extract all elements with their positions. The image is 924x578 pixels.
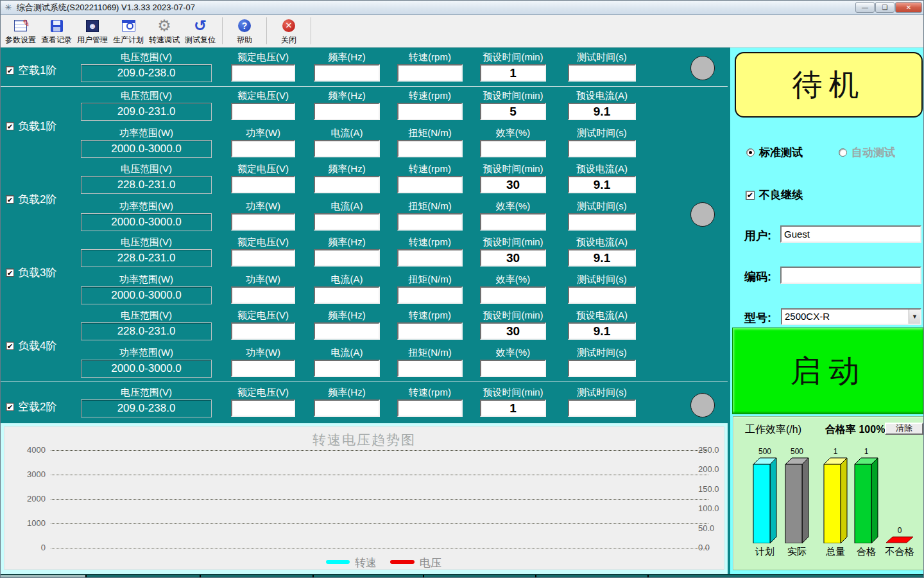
efficiency-input[interactable] — [480, 213, 546, 231]
rated-voltage-input[interactable] — [231, 176, 295, 193]
toolbar-close-app[interactable]: ✕ 关闭 — [271, 15, 307, 47]
col-header: 频率(Hz) — [314, 51, 380, 62]
frequency-input[interactable] — [314, 103, 380, 120]
torque-input[interactable] — [397, 360, 463, 377]
view-records-icon — [48, 17, 65, 34]
checkbox-checked-icon[interactable]: ✔ — [746, 191, 755, 200]
checkbox-continue-on-fail[interactable]: ✔ 不良继续 — [746, 188, 924, 202]
frequency-input[interactable] — [314, 322, 380, 340]
torque-input[interactable] — [397, 286, 463, 304]
col-header: 电流(A) — [314, 200, 380, 211]
preset-current-input[interactable]: 9.1 — [568, 176, 636, 193]
test-time-input[interactable] — [568, 399, 636, 417]
toolbar-param-settings[interactable]: ✎ 参数设置 — [3, 15, 38, 47]
load-2-enable[interactable]: ✔ 负载2阶 — [6, 192, 56, 207]
rated-voltage-input[interactable] — [231, 103, 295, 120]
start-button[interactable]: 启动 — [732, 328, 924, 414]
test-time-input[interactable] — [568, 140, 636, 157]
power-input[interactable] — [231, 140, 295, 157]
preset-current-input[interactable]: 9.1 — [568, 103, 636, 120]
minimize-button[interactable]: — — [855, 2, 875, 13]
clear-button[interactable]: 清除 — [885, 423, 923, 435]
noload-1-enable[interactable]: ✔ 空载1阶 — [6, 63, 56, 78]
frequency-input[interactable] — [314, 399, 380, 417]
col-header: 电压范围(V) — [81, 163, 212, 174]
speed-input[interactable] — [397, 399, 463, 417]
power-input[interactable] — [231, 360, 295, 377]
bar-value: 0 — [898, 526, 902, 535]
checkbox-checked-icon[interactable]: ✔ — [6, 122, 14, 130]
checkbox-checked-icon[interactable]: ✔ — [6, 268, 14, 277]
col-header: 效率(%) — [480, 200, 546, 211]
status-segment — [1, 575, 85, 578]
preset-time-input[interactable]: 30 — [480, 176, 546, 193]
preset-current-input[interactable]: 9.1 — [568, 249, 636, 267]
rated-voltage-input[interactable] — [231, 322, 295, 340]
torque-input[interactable] — [397, 213, 463, 231]
chevron-down-icon[interactable]: ▼ — [909, 310, 920, 324]
current-input[interactable] — [314, 140, 380, 157]
noload-2-enable[interactable]: ✔ 空载2阶 — [6, 399, 56, 414]
radio-selected-icon[interactable] — [746, 148, 755, 157]
radio-unselected-icon[interactable] — [839, 148, 847, 157]
toolbar-test-reset[interactable]: ↺ 测试复位 — [182, 15, 218, 47]
speed-input[interactable] — [397, 322, 463, 340]
torque-input[interactable] — [397, 140, 463, 157]
col-header: 功率(W) — [231, 274, 295, 285]
rated-voltage-input[interactable] — [231, 249, 295, 267]
test-time-input[interactable] — [568, 64, 636, 82]
radio-label: 标准测试 — [759, 145, 803, 160]
current-input[interactable] — [314, 286, 380, 304]
efficiency-input[interactable] — [480, 286, 546, 304]
toolbar-view-records[interactable]: 查看记录 — [38, 15, 74, 47]
load-3-enable[interactable]: ✔ 负载3阶 — [6, 265, 56, 280]
preset-time-input[interactable]: 30 — [480, 322, 546, 340]
power-input[interactable] — [231, 213, 295, 231]
code-input[interactable] — [780, 267, 921, 284]
load-1-enable[interactable]: ✔ 负载1阶 — [6, 119, 56, 134]
checkbox-checked-icon[interactable]: ✔ — [6, 342, 14, 350]
speed-input[interactable] — [397, 103, 463, 120]
close-button[interactable]: ✕ — [895, 2, 922, 13]
toolbar-production-plan[interactable]: 生产计划 — [110, 15, 146, 47]
bar-pass: 1 合格 — [851, 447, 881, 558]
test-time-input[interactable] — [568, 213, 636, 231]
radio-auto-test[interactable]: 自动测试 — [839, 145, 924, 160]
checkbox-checked-icon[interactable]: ✔ — [6, 66, 14, 74]
model-label: 型号: — [744, 310, 771, 326]
y-axis-right-tick: 150.0 — [698, 484, 726, 494]
efficiency-input[interactable] — [480, 360, 546, 377]
speed-input[interactable] — [397, 176, 463, 193]
preset-time-input[interactable]: 5 — [480, 103, 546, 120]
test-time-input[interactable] — [568, 360, 636, 377]
efficiency-input[interactable] — [480, 140, 546, 157]
speed-input[interactable] — [397, 64, 463, 82]
frequency-input[interactable] — [314, 249, 380, 267]
load-4-enable[interactable]: ✔ 负载4阶 — [6, 338, 56, 353]
frequency-input[interactable] — [314, 176, 380, 193]
checkbox-checked-icon[interactable]: ✔ — [6, 403, 14, 411]
frequency-input[interactable] — [314, 64, 380, 82]
rated-voltage-input[interactable] — [231, 399, 295, 417]
toolbar-speed-debug[interactable]: ⚙ 转速调试 — [146, 15, 182, 47]
rated-voltage-input[interactable] — [231, 64, 295, 82]
test-time-input[interactable] — [568, 286, 636, 304]
current-input[interactable] — [314, 360, 380, 377]
current-input[interactable] — [314, 213, 380, 231]
maximize-button[interactable]: ❏ — [875, 2, 894, 13]
bar-value: 500 — [758, 447, 771, 456]
model-dropdown[interactable]: 2500CX-R ▼ — [781, 308, 921, 325]
preset-time-input[interactable]: 1 — [480, 399, 546, 417]
speed-input[interactable] — [397, 249, 463, 267]
toolbar-help[interactable]: ? 帮助 — [227, 15, 262, 47]
preset-current-input[interactable]: 9.1 — [568, 322, 636, 340]
preset-time-input[interactable]: 1 — [480, 64, 546, 82]
legend-speed-swatch — [326, 560, 350, 564]
user-input[interactable]: Guest — [780, 225, 921, 243]
preset-time-input[interactable]: 30 — [480, 249, 546, 267]
toolbar-label: 参数设置 — [5, 35, 36, 46]
toolbar-user-management[interactable]: ☻ 用户管理 — [74, 15, 110, 47]
checkbox-checked-icon[interactable]: ✔ — [6, 195, 14, 204]
col-header: 效率(%) — [480, 127, 546, 138]
power-input[interactable] — [231, 286, 295, 304]
